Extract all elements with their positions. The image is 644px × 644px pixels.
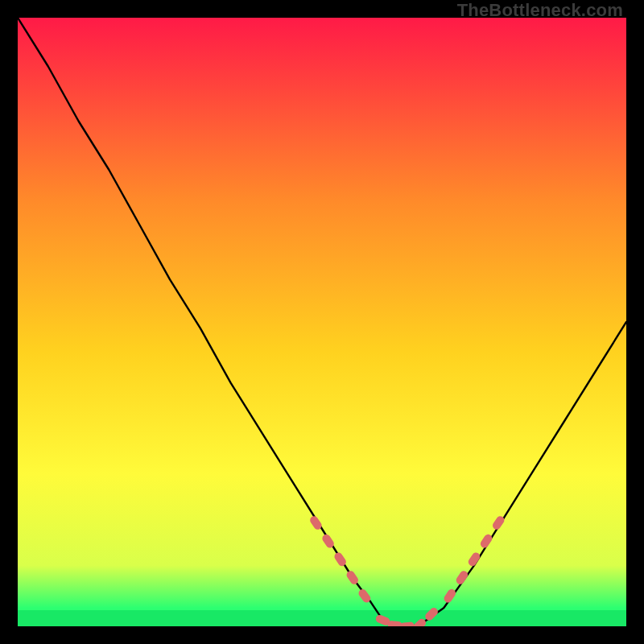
chart-frame: TheBottleneck.com — [0, 0, 644, 644]
gradient-background — [18, 18, 626, 626]
watermark-text: TheBottleneck.com — [457, 0, 623, 21]
chart-svg — [18, 18, 626, 626]
bottom-green-band — [18, 610, 626, 626]
plot-area — [18, 18, 626, 626]
